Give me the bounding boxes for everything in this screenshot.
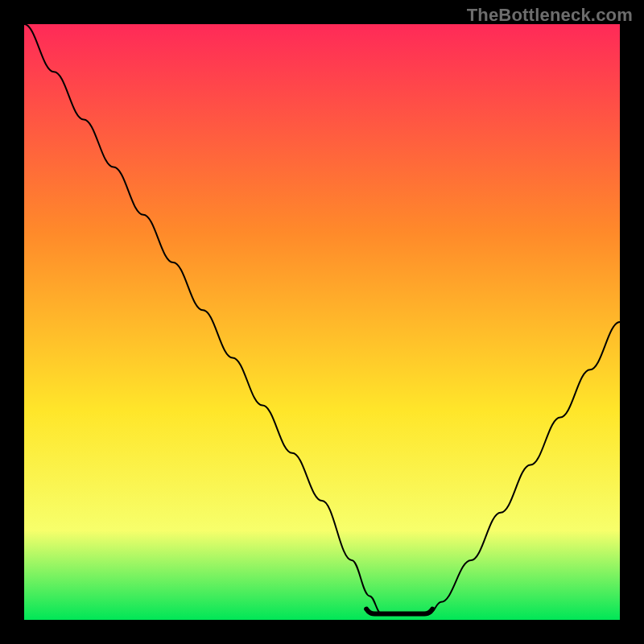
- gradient-background: [24, 24, 620, 620]
- watermark-text: TheBottleneck.com: [467, 5, 633, 26]
- chart-svg: [24, 24, 620, 620]
- stage: TheBottleneck.com: [0, 0, 644, 644]
- plot-area: [24, 24, 620, 620]
